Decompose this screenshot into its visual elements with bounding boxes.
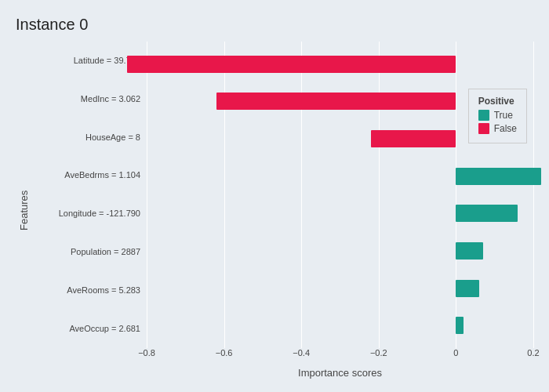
- bar: [456, 168, 540, 185]
- x-tick: −0.8: [138, 348, 155, 358]
- legend: Positive TrueFalse: [468, 89, 527, 143]
- y-axis-label: Features: [16, 42, 31, 379]
- y-labels: Latitude = 39.730MedInc = 3.062HouseAge …: [33, 42, 147, 348]
- y-label: AveOccup = 2.681: [33, 324, 140, 334]
- legend-color-swatch: [478, 110, 489, 121]
- bar: [456, 280, 479, 297]
- x-tick: −0.4: [293, 348, 310, 358]
- y-label: AveBedrms = 1.104: [33, 170, 140, 180]
- bars-and-grid: [147, 42, 533, 348]
- chart-container: Features Latitude = 39.730MedInc = 3.062…: [16, 42, 533, 379]
- legend-title: Positive: [478, 96, 517, 107]
- bar: [456, 242, 483, 260]
- bar-row: [147, 278, 533, 299]
- bar: [216, 93, 456, 110]
- x-tick: 0: [453, 348, 458, 358]
- y-label: MedInc = 3.062: [33, 94, 140, 104]
- page-title: Instance 0: [16, 16, 533, 34]
- y-label: Longitude = -121.790: [33, 209, 140, 219]
- bar-row: [147, 53, 533, 75]
- bar-row: [147, 165, 533, 187]
- bar: [371, 130, 456, 147]
- bar-row: [147, 202, 533, 224]
- y-label: Population = 2887: [33, 247, 140, 257]
- bar-row: [147, 240, 533, 262]
- legend-item-label: False: [494, 123, 517, 134]
- x-tick: −0.6: [216, 348, 233, 358]
- legend-color-swatch: [478, 123, 489, 134]
- bar-row: [147, 314, 533, 336]
- legend-item: True: [478, 110, 517, 121]
- legend-item-label: True: [494, 110, 513, 121]
- x-tick: 0.2: [527, 348, 539, 358]
- bar: [456, 317, 464, 334]
- page: Instance 0 Features Latitude = 39.730Med…: [0, 0, 549, 392]
- x-axis-title: Importance scores: [147, 367, 533, 379]
- chart-area: Latitude = 39.730MedInc = 3.062HouseAge …: [33, 42, 533, 348]
- bar: [127, 56, 456, 73]
- y-label: HouseAge = 8: [33, 132, 140, 143]
- y-label: Latitude = 39.730: [33, 56, 140, 66]
- chart-inner: Latitude = 39.730MedInc = 3.062HouseAge …: [33, 42, 533, 379]
- x-tick: −0.2: [370, 348, 387, 358]
- grid-line: [533, 42, 534, 348]
- legend-item: False: [478, 123, 517, 134]
- y-label: AveRooms = 5.283: [33, 285, 140, 296]
- bar: [456, 205, 518, 222]
